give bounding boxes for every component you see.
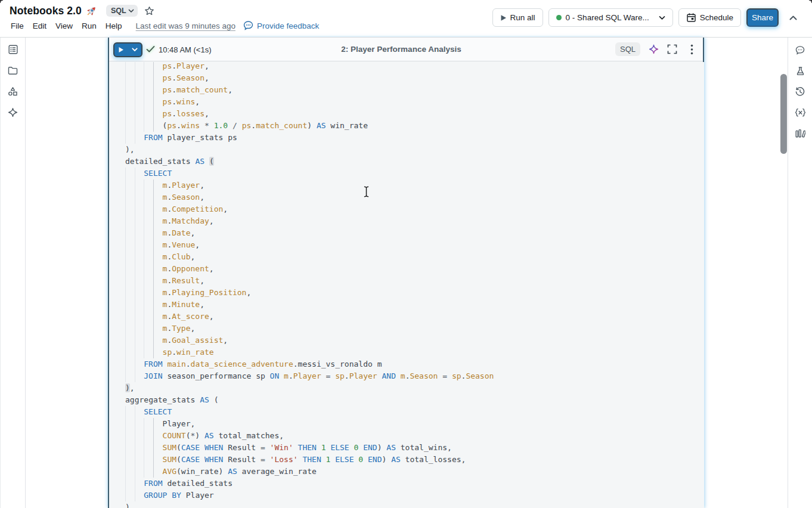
folder-icon[interactable] bbox=[5, 62, 21, 79]
window-corner-artifact bbox=[809, 0, 812, 3]
left-sidebar bbox=[0, 38, 26, 508]
calendar-icon bbox=[686, 13, 696, 23]
provide-feedback-link[interactable]: Provide feedback bbox=[243, 20, 319, 31]
code-editor[interactable]: ps.Player,ps.Season,ps.match_count,ps.wi… bbox=[110, 62, 704, 508]
comments-icon[interactable] bbox=[792, 42, 808, 58]
cell-header: 10:48 AM (<1s) 2: Player Performance Ana… bbox=[109, 37, 703, 61]
window-corner-artifact bbox=[0, 0, 3, 3]
assistant-sparkle-icon[interactable] bbox=[649, 44, 659, 54]
fullscreen-icon[interactable] bbox=[667, 44, 677, 54]
page-title: Notebooks 2.0 bbox=[10, 5, 82, 17]
warehouse-selector[interactable]: 0 - Shared SQL Ware... bbox=[548, 8, 673, 27]
favorite-star-icon[interactable] bbox=[144, 6, 154, 16]
variables-icon[interactable] bbox=[792, 104, 808, 121]
run-all-label: Run all bbox=[510, 13, 535, 22]
cell-title[interactable]: 2: Player Performance Analysis bbox=[341, 45, 461, 54]
title-row: Notebooks 2.0 SQL bbox=[10, 4, 154, 18]
run-success-check-icon bbox=[146, 45, 155, 53]
share-button[interactable]: Share bbox=[746, 8, 779, 27]
schema-shapes-icon[interactable] bbox=[5, 83, 21, 100]
language-selector-label: SQL bbox=[111, 7, 126, 15]
menu-run[interactable]: Run bbox=[82, 21, 97, 30]
notebook-app: Notebooks 2.0 SQL Fil bbox=[0, 0, 812, 508]
right-sidebar bbox=[788, 38, 812, 508]
libraries-icon[interactable] bbox=[792, 125, 808, 142]
last-edit-link[interactable]: Last edit was 9 minutes ago bbox=[136, 21, 235, 30]
text-cursor-pointer bbox=[362, 185, 370, 198]
provide-feedback-label: Provide feedback bbox=[257, 21, 319, 30]
version-history-icon[interactable] bbox=[792, 83, 808, 100]
menu-edit[interactable]: Edit bbox=[33, 21, 47, 30]
feedback-bubble-icon bbox=[243, 20, 254, 31]
notebook-scrollbar-thumb[interactable] bbox=[780, 74, 787, 154]
warehouse-status-dot bbox=[556, 15, 562, 20]
code-lines: ps.Player,ps.Season,ps.match_count,ps.wi… bbox=[125, 62, 494, 508]
menu-help[interactable]: Help bbox=[106, 21, 122, 30]
menu-file[interactable]: File bbox=[11, 21, 24, 30]
cell-run-time: 10:48 AM (<1s) bbox=[159, 45, 212, 54]
notebook-cell: 10:48 AM (<1s) 2: Player Performance Ana… bbox=[108, 37, 704, 508]
toolbar-buttons: Run all 0 - Shared SQL Ware... Schedule … bbox=[492, 8, 779, 27]
cell-run-options[interactable] bbox=[128, 44, 142, 56]
kebab-menu-icon[interactable] bbox=[690, 44, 693, 55]
play-icon bbox=[500, 14, 507, 21]
schedule-button[interactable]: Schedule bbox=[678, 8, 741, 27]
run-all-button[interactable]: Run all bbox=[492, 8, 543, 27]
cell-run-play[interactable] bbox=[114, 44, 128, 56]
chevron-up-icon bbox=[789, 16, 797, 20]
collapse-header-button[interactable] bbox=[786, 13, 800, 23]
experiments-flask-icon[interactable] bbox=[792, 63, 808, 79]
menu-view[interactable]: View bbox=[55, 21, 73, 30]
chevron-down-icon bbox=[132, 48, 138, 52]
menu-bar: File Edit View Run Help Last edit was 9 … bbox=[11, 20, 319, 31]
cell-header-actions: SQL bbox=[615, 37, 693, 61]
table-of-contents-icon[interactable] bbox=[5, 41, 21, 58]
language-selector[interactable]: SQL bbox=[106, 5, 138, 17]
cell-run-button[interactable] bbox=[113, 42, 142, 57]
chevron-down-icon bbox=[128, 9, 134, 13]
header-divider bbox=[0, 37, 812, 38]
schedule-label: Schedule bbox=[700, 13, 733, 22]
rocket-emoji-icon bbox=[86, 5, 97, 17]
assistant-sparkle-icon[interactable] bbox=[5, 104, 21, 120]
share-label: Share bbox=[752, 13, 773, 22]
chevron-down-icon bbox=[659, 16, 665, 20]
warehouse-label: 0 - Shared SQL Ware... bbox=[566, 13, 649, 22]
play-icon bbox=[118, 47, 124, 53]
cell-language-badge[interactable]: SQL bbox=[615, 42, 640, 56]
top-header: Notebooks 2.0 SQL Fil bbox=[0, 0, 812, 37]
